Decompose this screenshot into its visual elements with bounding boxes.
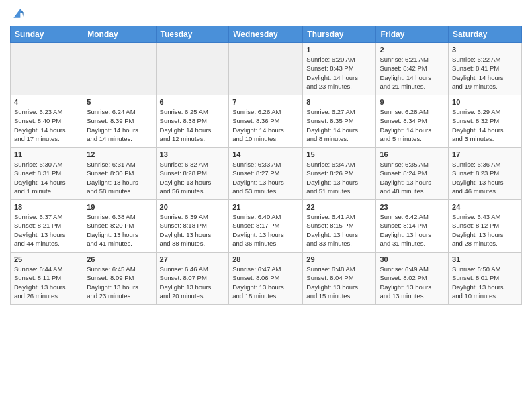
calendar-day-header: Saturday [449, 26, 522, 43]
calendar-week-row: 11Sunrise: 6:30 AM Sunset: 8:31 PM Dayli… [11, 148, 522, 200]
day-number: 30 [380, 255, 445, 263]
day-number: 7 [232, 98, 299, 106]
calendar-day-cell: 12Sunrise: 6:31 AM Sunset: 8:30 PM Dayli… [83, 148, 156, 200]
day-number: 9 [380, 98, 445, 106]
calendar-day-header: Monday [83, 26, 156, 43]
calendar-day-cell: 9Sunrise: 6:28 AM Sunset: 8:34 PM Daylig… [376, 95, 449, 148]
calendar-day-cell: 10Sunrise: 6:29 AM Sunset: 8:32 PM Dayli… [449, 95, 522, 148]
calendar-day-cell: 8Sunrise: 6:27 AM Sunset: 8:35 PM Daylig… [303, 95, 376, 148]
calendar-day-cell: 3Sunrise: 6:22 AM Sunset: 8:41 PM Daylig… [449, 43, 522, 95]
day-info: Sunrise: 6:26 AM Sunset: 8:36 PM Dayligh… [232, 107, 299, 143]
day-info: Sunrise: 6:50 AM Sunset: 8:01 PM Dayligh… [452, 265, 518, 300]
calendar-day-cell: 31Sunrise: 6:50 AM Sunset: 8:01 PM Dayli… [449, 253, 522, 305]
day-info: Sunrise: 6:23 AM Sunset: 8:40 PM Dayligh… [14, 107, 79, 143]
calendar-table: SundayMondayTuesdayWednesdayThursdayFrid… [10, 26, 522, 305]
day-info: Sunrise: 6:45 AM Sunset: 8:09 PM Dayligh… [87, 265, 152, 300]
day-info: Sunrise: 6:48 AM Sunset: 8:04 PM Dayligh… [306, 265, 372, 300]
calendar-day-cell: 17Sunrise: 6:36 AM Sunset: 8:23 PM Dayli… [449, 148, 522, 200]
calendar-day-cell: 23Sunrise: 6:42 AM Sunset: 8:14 PM Dayli… [376, 200, 449, 253]
calendar-day-cell: 26Sunrise: 6:45 AM Sunset: 8:09 PM Dayli… [83, 253, 156, 305]
calendar-day-cell: 18Sunrise: 6:37 AM Sunset: 8:21 PM Dayli… [11, 200, 83, 253]
calendar-day-header: Friday [376, 26, 449, 43]
day-number: 13 [160, 150, 226, 158]
day-number: 21 [232, 203, 299, 211]
calendar-day-cell: 22Sunrise: 6:41 AM Sunset: 8:15 PM Dayli… [303, 200, 376, 253]
day-number: 27 [160, 255, 226, 263]
calendar-week-row: 25Sunrise: 6:44 AM Sunset: 8:11 PM Dayli… [11, 253, 522, 305]
calendar-day-cell [229, 43, 303, 95]
day-number: 31 [452, 255, 518, 263]
day-number: 4 [14, 98, 79, 106]
day-info: Sunrise: 6:22 AM Sunset: 8:41 PM Dayligh… [452, 55, 518, 91]
day-number: 5 [87, 98, 152, 106]
calendar-day-cell: 21Sunrise: 6:40 AM Sunset: 8:17 PM Dayli… [229, 200, 303, 253]
day-info: Sunrise: 6:25 AM Sunset: 8:38 PM Dayligh… [160, 107, 226, 143]
day-number: 11 [14, 150, 79, 158]
day-number: 29 [306, 255, 372, 263]
day-number: 17 [452, 150, 518, 158]
page-header [10, 7, 522, 20]
day-info: Sunrise: 6:31 AM Sunset: 8:30 PM Dayligh… [87, 160, 152, 195]
page-container: SundayMondayTuesdayWednesdayThursdayFrid… [0, 0, 532, 411]
day-number: 22 [306, 203, 372, 211]
calendar-day-header: Wednesday [229, 26, 303, 43]
day-info: Sunrise: 6:27 AM Sunset: 8:35 PM Dayligh… [306, 107, 372, 143]
day-info: Sunrise: 6:47 AM Sunset: 8:06 PM Dayligh… [232, 265, 299, 300]
day-info: Sunrise: 6:28 AM Sunset: 8:34 PM Dayligh… [380, 107, 445, 143]
day-number: 12 [87, 150, 152, 158]
calendar-day-header: Sunday [11, 26, 83, 43]
day-number: 25 [14, 255, 79, 263]
day-info: Sunrise: 6:41 AM Sunset: 8:15 PM Dayligh… [306, 212, 372, 248]
day-number: 28 [232, 255, 299, 263]
calendar-day-cell: 2Sunrise: 6:21 AM Sunset: 8:42 PM Daylig… [376, 43, 449, 95]
day-info: Sunrise: 6:32 AM Sunset: 8:28 PM Dayligh… [160, 160, 226, 195]
day-info: Sunrise: 6:39 AM Sunset: 8:18 PM Dayligh… [160, 212, 226, 248]
calendar-week-row: 18Sunrise: 6:37 AM Sunset: 8:21 PM Dayli… [11, 200, 522, 253]
calendar-day-cell [156, 43, 229, 95]
day-number: 3 [452, 46, 518, 54]
day-info: Sunrise: 6:37 AM Sunset: 8:21 PM Dayligh… [14, 212, 79, 248]
logo-text [10, 7, 25, 20]
day-info: Sunrise: 6:44 AM Sunset: 8:11 PM Dayligh… [14, 265, 79, 300]
calendar-day-cell: 27Sunrise: 6:46 AM Sunset: 8:07 PM Dayli… [156, 253, 229, 305]
calendar-day-cell: 6Sunrise: 6:25 AM Sunset: 8:38 PM Daylig… [156, 95, 229, 148]
day-info: Sunrise: 6:29 AM Sunset: 8:32 PM Dayligh… [452, 107, 518, 143]
day-info: Sunrise: 6:46 AM Sunset: 8:07 PM Dayligh… [160, 265, 226, 300]
calendar-header-row: SundayMondayTuesdayWednesdayThursdayFrid… [11, 26, 522, 43]
calendar-day-cell [83, 43, 156, 95]
day-info: Sunrise: 6:20 AM Sunset: 8:43 PM Dayligh… [306, 55, 372, 91]
day-number: 1 [306, 46, 372, 54]
calendar-day-cell: 4Sunrise: 6:23 AM Sunset: 8:40 PM Daylig… [11, 95, 83, 148]
day-info: Sunrise: 6:42 AM Sunset: 8:14 PM Dayligh… [380, 212, 445, 248]
logo-icon [11, 7, 25, 20]
calendar-day-cell: 1Sunrise: 6:20 AM Sunset: 8:43 PM Daylig… [303, 43, 376, 95]
calendar-week-row: 1Sunrise: 6:20 AM Sunset: 8:43 PM Daylig… [11, 43, 522, 95]
day-info: Sunrise: 6:36 AM Sunset: 8:23 PM Dayligh… [452, 160, 518, 195]
calendar-week-row: 4Sunrise: 6:23 AM Sunset: 8:40 PM Daylig… [11, 95, 522, 148]
calendar-day-cell: 14Sunrise: 6:33 AM Sunset: 8:27 PM Dayli… [229, 148, 303, 200]
day-info: Sunrise: 6:34 AM Sunset: 8:26 PM Dayligh… [306, 160, 372, 195]
day-number: 6 [160, 98, 226, 106]
calendar-day-cell: 19Sunrise: 6:38 AM Sunset: 8:20 PM Dayli… [83, 200, 156, 253]
calendar-day-cell: 5Sunrise: 6:24 AM Sunset: 8:39 PM Daylig… [83, 95, 156, 148]
calendar-day-cell: 7Sunrise: 6:26 AM Sunset: 8:36 PM Daylig… [229, 95, 303, 148]
calendar-day-cell: 11Sunrise: 6:30 AM Sunset: 8:31 PM Dayli… [11, 148, 83, 200]
calendar-day-cell: 15Sunrise: 6:34 AM Sunset: 8:26 PM Dayli… [303, 148, 376, 200]
day-info: Sunrise: 6:24 AM Sunset: 8:39 PM Dayligh… [87, 107, 152, 143]
day-number: 8 [306, 98, 372, 106]
day-number: 2 [380, 46, 445, 54]
day-number: 16 [380, 150, 445, 158]
day-number: 23 [380, 203, 445, 211]
day-number: 19 [87, 203, 152, 211]
calendar-day-cell: 29Sunrise: 6:48 AM Sunset: 8:04 PM Dayli… [303, 253, 376, 305]
day-info: Sunrise: 6:35 AM Sunset: 8:24 PM Dayligh… [380, 160, 445, 195]
calendar-day-cell [11, 43, 83, 95]
day-number: 24 [452, 203, 518, 211]
calendar-day-cell: 30Sunrise: 6:49 AM Sunset: 8:02 PM Dayli… [376, 253, 449, 305]
day-info: Sunrise: 6:33 AM Sunset: 8:27 PM Dayligh… [232, 160, 299, 195]
day-number: 20 [160, 203, 226, 211]
calendar-day-cell: 16Sunrise: 6:35 AM Sunset: 8:24 PM Dayli… [376, 148, 449, 200]
day-number: 15 [306, 150, 372, 158]
logo [10, 7, 25, 20]
calendar-day-cell: 20Sunrise: 6:39 AM Sunset: 8:18 PM Dayli… [156, 200, 229, 253]
